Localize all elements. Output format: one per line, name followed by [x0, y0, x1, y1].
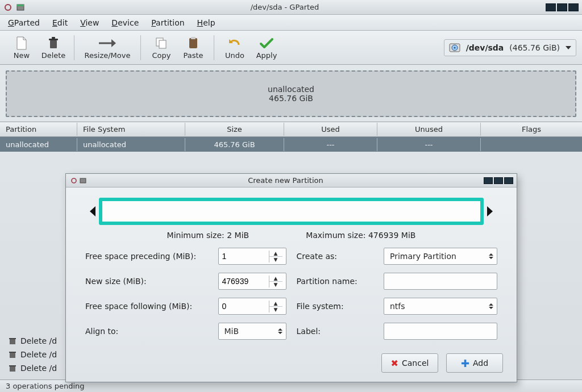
label-free-before: Free space preceding (MiB):	[85, 252, 213, 261]
row-label: Label:	[297, 323, 498, 340]
copy-button[interactable]: Copy	[146, 32, 177, 63]
spinner-buttons[interactable]: ▲▼	[269, 276, 282, 287]
partition-name-input[interactable]	[384, 273, 497, 290]
new-size-input[interactable]: ▲▼	[218, 273, 286, 290]
maximize-button[interactable]	[557, 3, 567, 11]
table-row[interactable]: unallocated unallocated 465.76 GiB --- -…	[0, 137, 582, 152]
spin-up-icon[interactable]: ▲	[269, 276, 282, 282]
svg-rect-18	[9, 365, 16, 366]
window-title: /dev/sda - GParted	[251, 3, 319, 11]
device-selector[interactable]: /dev/sda (465.76 GiB)	[444, 39, 576, 56]
label-align-to: Align to:	[85, 327, 213, 336]
slider-handle-right-icon[interactable]	[487, 206, 493, 216]
new-size-field[interactable]	[219, 277, 269, 286]
th-used[interactable]: Used	[284, 123, 377, 136]
toolbar-separator	[214, 35, 214, 60]
spin-down-icon[interactable]: ▼	[269, 257, 282, 262]
chevron-down-icon	[566, 46, 571, 49]
resize-arrow-icon	[98, 35, 117, 51]
svg-point-12	[454, 47, 455, 48]
free-after-input[interactable]: ▲▼	[218, 298, 286, 315]
create-partition-dialog: Create new Partition Minimum size: 2 MiB…	[65, 173, 517, 382]
menu-view[interactable]: View	[78, 16, 101, 29]
pending-op-row[interactable]: Delete /d	[8, 348, 57, 361]
free-before-input[interactable]: ▲▼	[218, 248, 286, 265]
dialog-titlebar: Create new Partition	[66, 174, 517, 187]
dialog-window-controls	[484, 177, 513, 184]
filesystem-combo[interactable]: ntfs	[384, 298, 497, 315]
td-used: ---	[284, 138, 377, 151]
svg-rect-17	[10, 366, 15, 372]
partition-graph[interactable]: unallocated 465.76 GiB	[6, 70, 576, 117]
pending-op-row[interactable]: Delete /d	[8, 334, 57, 348]
free-after-field[interactable]	[219, 302, 269, 311]
cancel-button[interactable]: ✖ Cancel	[381, 353, 438, 373]
spin-down-icon[interactable]: ▼	[269, 282, 282, 287]
table-header: Partition File System Size Used Unused F…	[0, 122, 582, 137]
pending-op-row[interactable]: Delete /d	[8, 361, 57, 375]
row-filesystem: File system: ntfs	[297, 298, 498, 315]
align-to-combo[interactable]: MiB	[218, 323, 286, 340]
paste-button[interactable]: Paste	[177, 32, 209, 63]
apply-check-icon	[259, 35, 274, 51]
apply-button[interactable]: Apply	[251, 32, 282, 63]
undo-button[interactable]: Undo	[219, 32, 251, 63]
window-controls	[544, 3, 579, 11]
menu-help[interactable]: Help	[195, 16, 218, 29]
new-button[interactable]: New	[6, 32, 38, 63]
menu-device[interactable]: Device	[109, 16, 141, 29]
spin-down-icon[interactable]: ▼	[269, 307, 282, 312]
dialog-maximize-button[interactable]	[494, 177, 503, 184]
label-free-after: Free space following (MiB):	[85, 302, 213, 311]
spin-up-icon[interactable]: ▲	[269, 301, 282, 307]
delete-label: Delete	[41, 51, 66, 60]
svg-rect-14	[9, 338, 16, 339]
size-slider[interactable]	[66, 187, 517, 231]
spinner-buttons[interactable]: ▲▼	[269, 251, 282, 262]
free-before-field[interactable]	[219, 252, 269, 261]
menu-partition[interactable]: Partition	[149, 16, 186, 29]
graph-size: 465.76 GiB	[269, 94, 313, 103]
combo-arrows-icon	[489, 253, 493, 259]
minimize-button[interactable]	[546, 3, 556, 11]
row-free-after: Free space following (MiB): ▲▼	[85, 298, 286, 315]
copy-label: Copy	[152, 51, 171, 60]
th-unused[interactable]: Unused	[377, 123, 481, 136]
menu-edit[interactable]: Edit	[50, 16, 70, 29]
row-partition-name: Partition name:	[297, 273, 498, 290]
dialog-minimize-button[interactable]	[484, 177, 493, 184]
window-icon	[78, 176, 88, 185]
label-field[interactable]	[384, 327, 497, 336]
svg-rect-8	[189, 38, 197, 48]
th-partition[interactable]: Partition	[0, 123, 77, 136]
svg-rect-2	[17, 5, 24, 6]
row-align-to: Align to: MiB	[85, 323, 286, 340]
label-input[interactable]	[384, 323, 497, 340]
delete-button[interactable]: Delete	[38, 32, 69, 63]
partition-name-field[interactable]	[384, 277, 497, 286]
td-partition: unallocated	[0, 138, 77, 151]
slider-track[interactable]	[99, 198, 484, 225]
menu-gparted[interactable]: GParted	[6, 16, 42, 29]
new-file-icon	[14, 35, 29, 51]
close-button[interactable]	[568, 3, 579, 11]
spinner-buttons[interactable]: ▲▼	[269, 301, 282, 312]
copy-icon	[154, 35, 169, 51]
label-create-as: Create as:	[297, 252, 379, 261]
window-icon	[16, 3, 25, 12]
th-size[interactable]: Size	[185, 123, 284, 136]
app-menu-icon[interactable]	[3, 3, 13, 12]
resize-move-button[interactable]: Resize/Move	[79, 32, 136, 63]
create-as-combo[interactable]: Primary Partition	[384, 248, 497, 265]
slider-handle-left-icon[interactable]	[90, 206, 95, 216]
dialog-actions: ✖ Cancel ✚ Add	[66, 349, 517, 382]
apply-label: Apply	[256, 51, 277, 60]
th-flags[interactable]: Flags	[481, 123, 582, 136]
label-label: Label:	[297, 327, 379, 336]
add-button[interactable]: ✚ Add	[446, 353, 503, 373]
th-filesystem[interactable]: File System	[77, 123, 185, 136]
spin-up-icon[interactable]: ▲	[269, 251, 282, 257]
dialog-close-button[interactable]	[504, 177, 513, 184]
status-text: 3 operations pending	[6, 382, 85, 390]
app-menu-icon[interactable]	[69, 176, 78, 185]
